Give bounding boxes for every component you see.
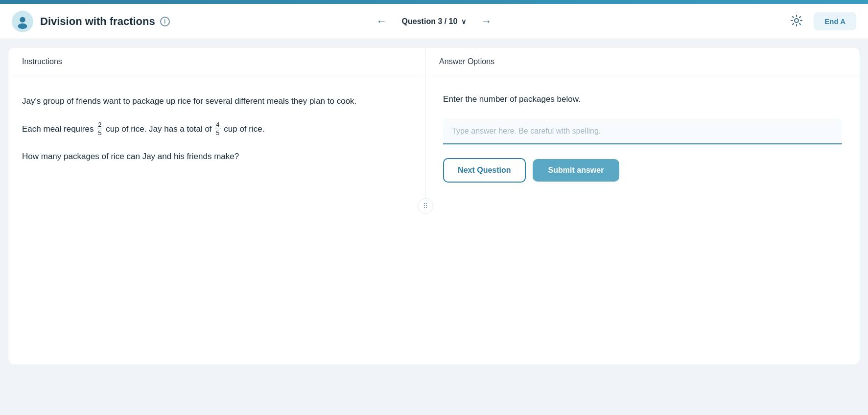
fraction-1: 2 5	[97, 121, 102, 138]
info-icon[interactable]: i	[160, 17, 170, 26]
svg-point-2	[18, 23, 27, 28]
question-indicator[interactable]: Question 3 / 10 ∨	[402, 17, 467, 26]
answer-input[interactable]	[443, 119, 842, 144]
paragraph-2: Each meal requires 2 5 cup of rice. Jay …	[22, 121, 411, 138]
instructions-panel: Instructions Jay's group of friends want…	[8, 47, 425, 203]
page-title: Division with fractions	[40, 15, 155, 28]
top-accent-bar	[0, 0, 868, 4]
settings-button[interactable]	[787, 11, 806, 31]
answer-options-panel: Answer Options Enter the number of packa…	[425, 47, 860, 365]
header: Division with fractions i ← Question 3 /…	[0, 4, 868, 39]
nav-forward-button[interactable]: →	[478, 13, 494, 30]
content-card: Instructions Jay's group of friends want…	[8, 47, 860, 365]
paragraph-1: Jay's group of friends want to package u…	[22, 94, 411, 109]
nav-back-button[interactable]: ←	[374, 13, 390, 30]
svg-rect-4	[19, 19, 21, 20]
gear-icon	[790, 14, 803, 27]
instructions-body: Jay's group of friends want to package u…	[8, 76, 425, 203]
svg-point-6	[795, 19, 798, 23]
action-buttons: Next Question Submit answer	[443, 158, 842, 183]
header-center: ← Question 3 / 10 ∨ →	[374, 13, 495, 30]
answer-prompt: Enter the number of packages below.	[443, 92, 842, 107]
panel-drag-handle[interactable]: ⠿	[418, 198, 433, 214]
answer-options-body: Enter the number of packages below. Next…	[425, 76, 860, 365]
answer-options-header: Answer Options	[425, 47, 860, 76]
fraction-2: 4 5	[215, 121, 220, 138]
header-right: End A	[787, 11, 856, 31]
svg-rect-5	[25, 19, 27, 20]
avatar	[12, 11, 33, 32]
end-assignment-button[interactable]: End A	[814, 12, 856, 30]
main-content: Instructions Jay's group of friends want…	[0, 39, 868, 373]
instructions-header: Instructions	[8, 47, 425, 76]
next-question-button[interactable]: Next Question	[443, 158, 525, 183]
paragraph-3: How many packages of rice can Jay and hi…	[22, 149, 411, 164]
chevron-down-icon: ∨	[461, 18, 466, 25]
title-group: Division with fractions i	[40, 15, 170, 28]
submit-answer-button[interactable]: Submit answer	[533, 159, 620, 182]
question-indicator-text: Question 3 / 10	[402, 17, 458, 26]
